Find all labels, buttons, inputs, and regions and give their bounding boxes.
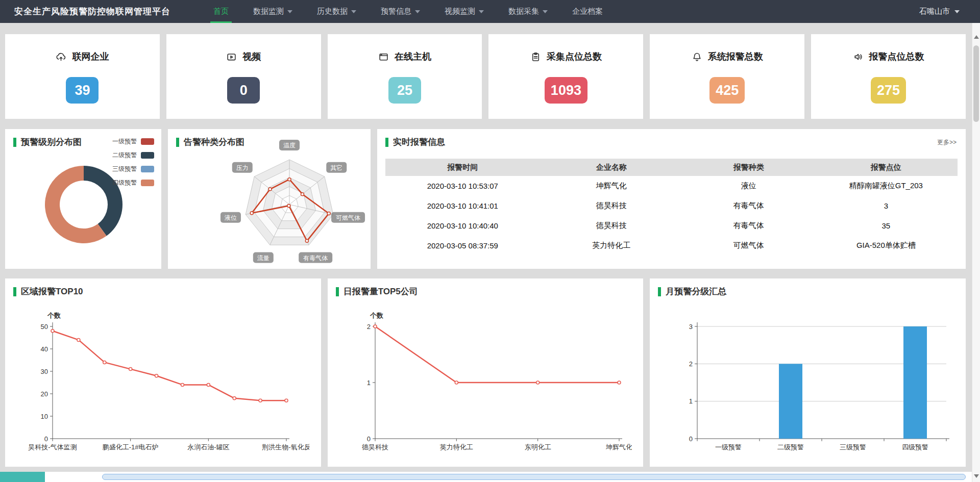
legend-swatch [141, 138, 154, 145]
legend-swatch [141, 152, 154, 159]
nav-item-5[interactable]: 数据采集 [496, 0, 560, 23]
top-navbar: 安全生产风险预警防控物联网管理平台 首页数据监测历史数据预警信息视频监测数据采集… [0, 0, 980, 23]
table-cell: 德昊科技 [540, 221, 683, 231]
svg-text:鹏盛化工-1#电石炉: 鹏盛化工-1#电石炉 [103, 443, 159, 451]
table-cell: 2020-03-05 08:37:59 [385, 241, 540, 250]
legend-item[interactable]: 二级预警 [112, 151, 154, 160]
stat-value-badge: 425 [709, 77, 745, 104]
scroll-down-icon[interactable] [974, 474, 979, 478]
cloud-upload-icon [56, 52, 66, 62]
stat-label: 视频 [242, 50, 261, 63]
legend-item[interactable]: 三级预警 [112, 165, 154, 173]
table-row: 2020-03-05 08:37:59英力特化工可燃气体GIA-520单体贮槽 [385, 236, 958, 256]
svg-text:昊科技-气体监测: 昊科技-气体监测 [28, 443, 77, 451]
nav-item-label: 企业档案 [572, 7, 603, 16]
svg-text:永润石油-罐区: 永润石油-罐区 [187, 443, 229, 451]
vertical-scrollbar[interactable] [972, 23, 980, 482]
vertical-scrollbar-thumb[interactable] [973, 45, 979, 122]
nav-item-label: 数据监测 [253, 7, 284, 16]
legend-label: 三级预警 [112, 165, 137, 173]
nav-item-0[interactable]: 首页 [201, 0, 241, 23]
warning-level-panel: 预警级别分布图 一级预警二级预警三级预警四级预警 [5, 129, 161, 269]
region-label: 石嘴山市 [919, 7, 950, 16]
stat-card-3: 采集点位总数1093 [488, 34, 643, 119]
stat-card-2: 在线主机25 [328, 34, 482, 119]
alarm-type-title: 告警种类分布图 [184, 136, 244, 148]
horizontal-scrollbar-thumb[interactable] [102, 474, 966, 480]
panel-title: 日报警量TOP5公司 [336, 286, 418, 297]
title-marker [658, 287, 661, 296]
panel-title: 实时报警信息 [385, 136, 445, 148]
chevron-down-icon [287, 10, 292, 13]
chevron-down-icon [543, 10, 548, 13]
svg-text:英力特化工: 英力特化工 [440, 443, 473, 451]
stat-value-badge: 25 [388, 77, 421, 104]
table-cell: 35 [815, 221, 958, 230]
warning-level-title: 预警级别分布图 [21, 136, 82, 148]
alarm-type-panel: 告警种类分布图 温度其它可燃气体有毒气体流量液位压力 [168, 129, 371, 269]
table-cell: GIA-520单体贮槽 [815, 241, 958, 250]
stat-label: 联网企业 [72, 50, 109, 63]
nav-item-1[interactable]: 数据监测 [241, 0, 305, 23]
realtime-alarm-title: 实时报警信息 [393, 136, 445, 148]
table-row: 2020-03-10 10:41:01德昊科技有毒气体3 [385, 196, 958, 216]
stat-card-4: 系统报警总数425 [650, 34, 804, 119]
svg-text:50: 50 [41, 323, 48, 331]
table-cell: 2020-03-10 10:40:40 [385, 221, 540, 230]
more-link[interactable]: 更多>> [937, 138, 957, 147]
svg-text:温度: 温度 [283, 142, 296, 149]
svg-text:一级预警: 一级预警 [715, 443, 742, 451]
svg-text:三级预警: 三级预警 [840, 443, 866, 451]
monthly-warning-panel: 月预警分级汇总 0123一级预警二级预警三级预警四级预警 [650, 278, 966, 467]
table-cell: 3 [815, 201, 958, 210]
nav-item-2[interactable]: 历史数据 [305, 0, 369, 23]
nav-item-3[interactable]: 预警信息 [369, 0, 432, 23]
radar-axis-label: 其它 [326, 162, 347, 173]
table-cell: 可燃气体 [683, 241, 815, 250]
nav-item-6[interactable]: 企业档案 [560, 0, 615, 23]
stat-value-badge: 39 [66, 77, 99, 104]
legend-item[interactable]: 一级预警 [112, 137, 154, 146]
table-cell: 精醇南罐液位GT_203 [815, 181, 958, 191]
region-alarm-top10-title: 区域报警TOP10 [21, 286, 83, 297]
radar-axis-label: 有毒气体 [299, 252, 332, 263]
nav-item-label: 数据采集 [508, 7, 539, 16]
title-marker [385, 138, 388, 147]
svg-text:四级预警: 四级预警 [902, 443, 928, 451]
scroll-up-icon[interactable] [974, 35, 979, 39]
chevron-down-icon [954, 10, 960, 13]
legend-label: 四级预警 [112, 179, 137, 187]
stat-label: 报警点位总数 [869, 50, 924, 63]
svg-text:东明化工: 东明化工 [524, 443, 551, 451]
region-alarm-line-chart: 01020304050个数昊科技-气体监测鹏盛化工-1#电石炉永润石油-罐区荆洪… [14, 307, 309, 460]
radar-axis-label: 可燃气体 [331, 212, 365, 223]
svg-text:40: 40 [41, 345, 48, 353]
title-marker [176, 138, 179, 147]
legend-item[interactable]: 四级预警 [112, 179, 154, 187]
title-marker [336, 287, 339, 296]
title-marker [13, 138, 16, 147]
monthly-warning-bar-chart: 0123一级预警二级预警三级预警四级预警 [659, 307, 954, 460]
bottom-left-accent [0, 472, 45, 482]
nav-item-label: 预警信息 [381, 7, 411, 16]
svg-text:个数: 个数 [370, 312, 383, 319]
svg-text:20: 20 [41, 390, 48, 398]
stat-value-badge: 0 [227, 77, 260, 104]
svg-text:10: 10 [41, 413, 48, 420]
svg-text:3: 3 [689, 323, 693, 331]
table-cell: 2020-03-10 10:53:07 [385, 182, 540, 190]
svg-text:压力: 压力 [236, 164, 249, 171]
svg-text:30: 30 [41, 368, 48, 375]
col-header: 报警种类 [683, 163, 815, 172]
svg-text:2: 2 [366, 323, 370, 331]
table-cell: 德昊科技 [540, 201, 683, 211]
svg-text:坤辉气化: 坤辉气化 [605, 443, 632, 451]
panel-title: 预警级别分布图 [13, 136, 82, 148]
nav-item-4[interactable]: 视频监测 [432, 0, 496, 23]
table-cell: 英力特化工 [540, 241, 683, 250]
svg-text:液位: 液位 [224, 214, 237, 221]
svg-text:德昊科技: 德昊科技 [362, 443, 388, 451]
daily-alarm-top5-panel: 日报警量TOP5公司 012个数德昊科技英力特化工东明化工坤辉气化 [328, 278, 644, 467]
table-cell: 坤辉气化 [540, 181, 683, 191]
region-selector[interactable]: 石嘴山市 [919, 0, 960, 23]
